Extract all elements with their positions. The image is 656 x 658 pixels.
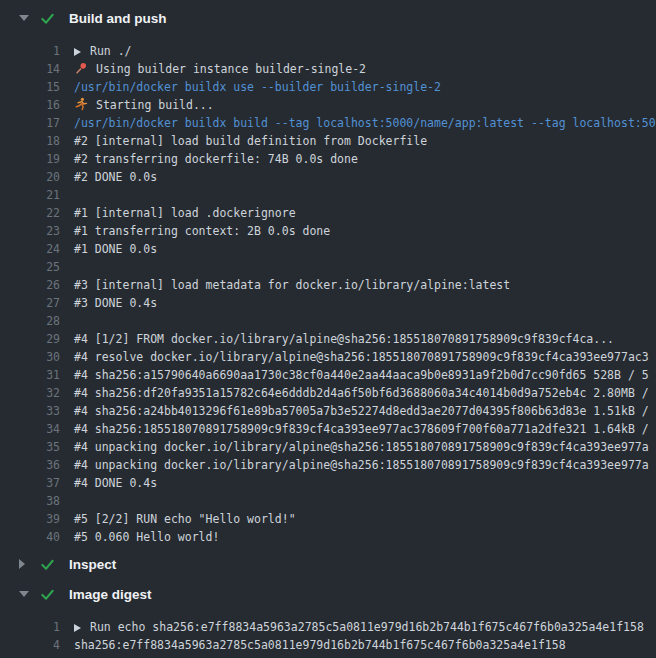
log-line: 37#4 DONE 0.4s [0, 474, 656, 492]
line-number[interactable]: 33 [0, 402, 74, 420]
line-text-value: #4 sha256:df20fa9351a15782c64e6dddb2d4a6… [74, 386, 649, 400]
line-text: #5 0.060 Hello world! [74, 528, 219, 546]
chevron-down-icon[interactable] [19, 15, 29, 21]
log-line: 39#5 [2/2] RUN echo "Hello world!" [0, 510, 656, 528]
line-number[interactable]: 16 [0, 96, 74, 114]
line-text: #4 [1/2] FROM docker.io/library/alpine@s… [74, 330, 614, 348]
line-text-value: #4 sha256:185518070891758909c9f839cf4ca3… [74, 422, 649, 436]
line-text: #4 sha256:a24bb4013296f61e89ba57005a7b3e… [74, 402, 649, 420]
line-text: #2 transferring dockerfile: 74B 0.0s don… [74, 150, 358, 168]
line-number[interactable]: 32 [0, 384, 74, 402]
line-number[interactable]: 38 [0, 492, 74, 510]
section-header-image-digest[interactable]: Image digest [0, 582, 656, 606]
line-number[interactable]: 14 [0, 60, 74, 78]
line-number[interactable]: 30 [0, 348, 74, 366]
play-icon[interactable] [74, 624, 81, 632]
line-text-value: /usr/bin/docker buildx use --builder bui… [74, 80, 441, 94]
line-text-value: #1 [internal] load .dockerignore [74, 206, 296, 220]
line-text-value: #4 unpacking docker.io/library/alpine@sh… [74, 458, 649, 472]
section-header-build-and-push[interactable]: Build and push [0, 6, 656, 30]
log-line: 4sha256:e7ff8834a5963a2785c5a0811e979d16… [0, 636, 656, 654]
section-header-inspect[interactable]: Inspect [0, 552, 656, 576]
line-text-value: #4 [1/2] FROM docker.io/library/alpine@s… [74, 332, 614, 346]
check-icon [40, 557, 55, 572]
line-text-value: Using builder instance builder-single-2 [96, 62, 366, 76]
line-text: #2 [internal] load build definition from… [74, 132, 427, 150]
log-section-build-and-push: Build and push1Run ./14Using builder ins… [0, 6, 656, 546]
log-line: 40#5 0.060 Hello world! [0, 528, 656, 546]
line-number[interactable]: 15 [0, 78, 74, 96]
line-text: /usr/bin/docker buildx build --tag local… [74, 114, 656, 132]
log-line: 16Starting build... [0, 96, 656, 114]
log-line: 22#1 [internal] load .dockerignore [0, 204, 656, 222]
line-number[interactable]: 29 [0, 330, 74, 348]
line-number[interactable]: 36 [0, 456, 74, 474]
line-number[interactable]: 1 [0, 618, 74, 636]
section-body-image-digest: 1Run echo sha256:e7ff8834a5963a2785c5a08… [0, 606, 656, 654]
line-text-value: #4 unpacking docker.io/library/alpine@sh… [74, 440, 649, 454]
log-line: 30#4 resolve docker.io/library/alpine@sh… [0, 348, 656, 366]
log-section-inspect: Inspect [0, 552, 656, 576]
line-number[interactable]: 1 [0, 42, 74, 60]
line-number[interactable]: 20 [0, 168, 74, 186]
line-number[interactable]: 22 [0, 204, 74, 222]
line-number[interactable]: 26 [0, 276, 74, 294]
log-line: 25 [0, 258, 656, 276]
log-line: 14Using builder instance builder-single-… [0, 60, 656, 78]
line-number[interactable]: 19 [0, 150, 74, 168]
log-line: 28 [0, 312, 656, 330]
line-number[interactable]: 28 [0, 312, 74, 330]
check-icon [40, 11, 55, 26]
line-text-value: #3 [internal] load metadata for docker.i… [74, 278, 510, 292]
log-line: 29#4 [1/2] FROM docker.io/library/alpine… [0, 330, 656, 348]
line-number[interactable]: 27 [0, 294, 74, 312]
line-number[interactable]: 17 [0, 114, 74, 132]
line-text-value: #2 [internal] load build definition from… [74, 134, 427, 148]
section-body-build-and-push: 1Run ./14Using builder instance builder-… [0, 30, 656, 546]
line-number[interactable]: 35 [0, 438, 74, 456]
line-text: Run echo sha256:e7ff8834a5963a2785c5a081… [74, 618, 644, 636]
log-line: 23#1 transferring context: 2B 0.0s done [0, 222, 656, 240]
line-text-value: #4 sha256:a24bb4013296f61e89ba57005a7b3e… [74, 404, 649, 418]
check-icon [40, 587, 55, 602]
line-number[interactable]: 18 [0, 132, 74, 150]
runner-icon [74, 97, 88, 111]
line-number[interactable]: 21 [0, 186, 74, 204]
section-title: Inspect [69, 557, 116, 572]
line-text-value: Run ./ [90, 44, 132, 58]
line-text: /usr/bin/docker buildx use --builder bui… [74, 78, 441, 96]
chevron-right-icon[interactable] [19, 559, 29, 569]
play-icon[interactable] [74, 48, 81, 56]
log-line: 31#4 sha256:a15790640a6690aa1730c38cf0a4… [0, 366, 656, 384]
line-number[interactable]: 31 [0, 366, 74, 384]
line-number[interactable]: 24 [0, 240, 74, 258]
section-title: Build and push [69, 11, 167, 26]
line-number[interactable]: 4 [0, 636, 74, 654]
line-text: Using builder instance builder-single-2 [74, 60, 366, 78]
log-line: 18#2 [internal] load build definition fr… [0, 132, 656, 150]
line-number[interactable]: 25 [0, 258, 74, 276]
line-number[interactable]: 40 [0, 528, 74, 546]
line-text: #4 sha256:185518070891758909c9f839cf4ca3… [74, 420, 649, 438]
log-line: 32#4 sha256:df20fa9351a15782c64e6dddb2d4… [0, 384, 656, 402]
log-line: 19#2 transferring dockerfile: 74B 0.0s d… [0, 150, 656, 168]
line-text: #4 sha256:df20fa9351a15782c64e6dddb2d4a6… [74, 384, 649, 402]
line-number[interactable]: 34 [0, 420, 74, 438]
line-text: #4 unpacking docker.io/library/alpine@sh… [74, 456, 649, 474]
line-text: #1 DONE 0.0s [74, 240, 157, 258]
line-number[interactable]: 39 [0, 510, 74, 528]
log-line: 24#1 DONE 0.0s [0, 240, 656, 258]
pushpin-icon [74, 61, 88, 75]
line-text: #1 transferring context: 2B 0.0s done [74, 222, 330, 240]
log-line: 21 [0, 186, 656, 204]
line-text-value: #4 sha256:a15790640a6690aa1730c38cf0a440… [74, 368, 649, 382]
line-text: #4 resolve docker.io/library/alpine@sha2… [74, 348, 649, 366]
log-section-image-digest: Image digest1Run echo sha256:e7ff8834a59… [0, 582, 656, 654]
workflow-log-viewer: Build and push1Run ./14Using builder ins… [0, 0, 656, 658]
line-number[interactable]: 37 [0, 474, 74, 492]
chevron-down-icon[interactable] [19, 591, 29, 597]
log-line: 1Run ./ [0, 42, 656, 60]
line-number[interactable]: 23 [0, 222, 74, 240]
line-text-value: #3 DONE 0.4s [74, 296, 157, 310]
log-line: 26#3 [internal] load metadata for docker… [0, 276, 656, 294]
